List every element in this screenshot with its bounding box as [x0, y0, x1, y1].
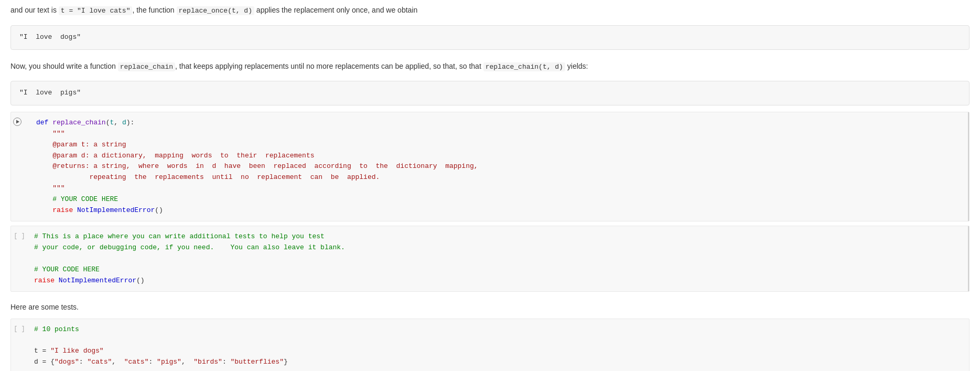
- cell-bracket-2: [ ]: [11, 226, 28, 291]
- code-cell-10pts: [ ] # 10 points t = "I like dogs" d = {"…: [10, 319, 970, 371]
- section-tests-title: Here are some tests.: [10, 296, 970, 316]
- para2-text: Now, you should write a function replace…: [10, 56, 970, 77]
- run-button-1[interactable]: [13, 118, 21, 126]
- intro-text: and our text is t = "I love cats", the f…: [10, 0, 970, 21]
- cell-code-1: def replace_chain(t, d): """ @param t: a…: [30, 112, 969, 221]
- svg-marker-1: [16, 120, 19, 124]
- cell-gutter-1: [11, 112, 30, 221]
- code-cell-test: [ ] # This is a place where you can writ…: [10, 226, 970, 292]
- output-box-1: "I love dogs": [10, 25, 970, 50]
- cell-code-2: # This is a place where you can write ad…: [28, 226, 969, 291]
- cell-code-3: # 10 points t = "I like dogs" d = {"dogs…: [28, 319, 969, 371]
- cell-bracket-3: [ ]: [11, 319, 28, 371]
- output-box-2: "I love pigs": [10, 81, 970, 105]
- code-cell-replace-chain: def replace_chain(t, d): """ @param t: a…: [10, 112, 970, 221]
